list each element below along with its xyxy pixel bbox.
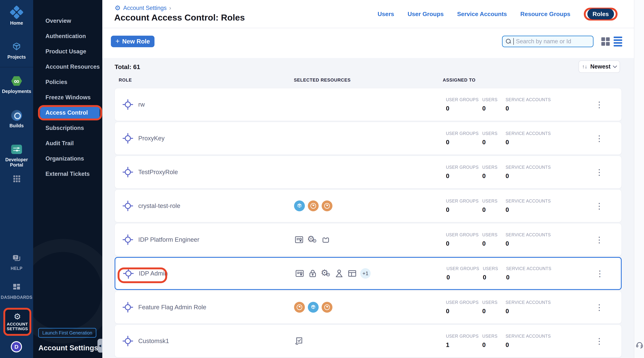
toolbar: + New Role (102, 29, 634, 58)
sidebar-item-label: Product Usage (46, 48, 86, 55)
chevron-down-icon (613, 64, 617, 68)
rail-developer-portal-label: Developer Portal (2, 157, 32, 167)
tab-user-groups[interactable]: User Groups (408, 11, 444, 18)
launch-first-generation-button[interactable]: Launch First Generation (38, 328, 96, 338)
grid-view-toggle[interactable] (601, 37, 610, 46)
selected-resources (294, 201, 332, 211)
feature-flag-resource-icon (308, 201, 319, 211)
selected-resources: ⚙⚙ (294, 235, 330, 245)
service-accounts-label: SERVICE ACCOUNTS (506, 131, 551, 136)
users-label: USERS (482, 300, 503, 305)
role-row-idp-admin[interactable]: IDP Admin ⚙⚙+1 USER GROUPS0 USERS0 SERVI… (114, 257, 622, 290)
sidebar-item-authentication[interactable]: Authentication (33, 29, 102, 44)
rail-item-dashboards[interactable]: DASHBOARDS (0, 281, 33, 300)
role-row-rw[interactable]: rw USER GROUPS0 USERS0 SERVICE ACCOUNTS0… (114, 88, 622, 121)
users-count: 0 (482, 105, 503, 112)
settings-gears-icon: ⚙⚙ (321, 268, 331, 278)
sidebar-item-label: Freeze Windows (46, 94, 91, 101)
sidebar-item-label: Organizations (46, 155, 84, 162)
builds-icon (10, 109, 22, 121)
role-cell: Customsk1 (122, 335, 169, 347)
service-accounts-label: SERVICE ACCOUNTS (506, 300, 551, 305)
tab-users[interactable]: Users (378, 11, 394, 18)
certificate-icon (294, 235, 304, 245)
rail-item-help[interactable]: ? HELP (0, 252, 33, 271)
row-menu-kebab-icon[interactable]: ⋮ (594, 165, 604, 179)
avatar[interactable]: D (11, 341, 22, 352)
search-icon (506, 39, 511, 44)
sidebar-item-account-resources[interactable]: Account Resources (33, 59, 102, 74)
rail-item-deployments[interactable]: ∞ Deployments (0, 75, 33, 94)
role-row-feature-flag-admin-role[interactable]: Feature Flag Admin Role USER GROUPS0 USE… (114, 291, 622, 324)
role-name: Customsk1 (138, 337, 169, 344)
text-caret (513, 38, 514, 45)
sidebar-item-policies[interactable]: Policies (33, 74, 102, 90)
sort-dropdown[interactable]: ↑↓ Newest (578, 61, 620, 73)
service-accounts-label: SERVICE ACCOUNTS (506, 334, 551, 339)
users-label: USERS (482, 97, 503, 102)
user-groups-count: 0 (446, 206, 482, 213)
sidebar-item-access-control[interactable]: Access Control (33, 105, 102, 120)
row-menu-kebab-icon[interactable]: ⋮ (594, 334, 604, 347)
row-menu-kebab-icon[interactable]: ⋮ (594, 301, 604, 314)
row-menu-kebab-icon[interactable]: ⋮ (594, 199, 604, 212)
sidebar-watermark (33, 239, 102, 343)
service-accounts-label: SERVICE ACCOUNTS (506, 165, 551, 170)
sidebar-item-product-usage[interactable]: Product Usage (33, 44, 102, 59)
users-label: USERS (482, 232, 503, 237)
scope-tabs: Users User Groups Service Accounts Resou… (378, 0, 618, 28)
users-label: USERS (483, 266, 503, 271)
rail-item-projects[interactable]: Projects (0, 41, 33, 60)
user-groups-count: 0 (446, 308, 482, 315)
help-icon: ? (10, 252, 22, 264)
sidebar-item-freeze-windows[interactable]: Freeze Windows (33, 90, 102, 105)
list-view-toggle[interactable] (613, 37, 622, 46)
role-row-proxykey[interactable]: ProxyKey USER GROUPS0 USERS0 SERVICE ACC… (114, 122, 622, 155)
more-resources-badge: +1 (360, 268, 371, 279)
new-role-button[interactable]: + New Role (111, 36, 154, 47)
sidebar-item-overview[interactable]: Overview (33, 13, 102, 29)
search-input[interactable] (516, 38, 590, 45)
role-crosshair-icon (122, 99, 134, 110)
users-count: 0 (482, 308, 503, 315)
sidebar-item-subscriptions[interactable]: Subscriptions (33, 120, 102, 136)
users-count: 0 (482, 341, 503, 348)
breadcrumb-link[interactable]: Account Settings (123, 5, 166, 11)
feature-flag-resource-icon (322, 201, 332, 211)
sidebar-item-label: Subscriptions (46, 125, 84, 131)
support-icon[interactable] (636, 341, 644, 349)
rail-item-developer-portal[interactable]: Developer Portal (0, 143, 33, 167)
role-row-idp-platform-engineer[interactable]: IDP Platform Engineer ⚙⚙ USER GROUPS0 US… (114, 223, 622, 256)
tab-service-accounts[interactable]: Service Accounts (457, 11, 507, 18)
role-row-crystal-test-role[interactable]: crystal-test-role USER GROUPS0 USERS0 SE… (114, 190, 622, 222)
service-accounts-count: 0 (506, 172, 551, 180)
row-menu-kebab-icon[interactable]: ⋮ (594, 98, 604, 111)
rail-item-builds[interactable]: Builds (0, 109, 33, 128)
role-row-testproxyrole[interactable]: TestProxyRole USER GROUPS0 USERS0 SERVIC… (114, 156, 622, 189)
feature-flag-resource-icon (294, 302, 305, 313)
role-name: crystal-test-role (138, 202, 180, 210)
rail-item-account-settings[interactable]: ⚙ ACCOUNT SETTINGS (3, 308, 31, 336)
tab-resource-groups[interactable]: Resource Groups (520, 11, 570, 18)
user-groups-count: 0 (446, 240, 482, 247)
role-cell: IDP Platform Engineer (122, 234, 200, 245)
row-menu-kebab-icon[interactable]: ⋮ (594, 132, 604, 145)
row-menu-kebab-icon[interactable]: ⋮ (595, 267, 604, 280)
role-name: rw (138, 101, 145, 108)
tab-roles[interactable]: Roles (587, 9, 614, 20)
rail-item-modules[interactable] (0, 173, 33, 185)
settings-sidebar: OverviewAuthenticationProduct UsageAccou… (33, 0, 102, 358)
sidebar-item-audit-trail[interactable]: Audit Trail (33, 136, 102, 151)
role-row-customsk1[interactable]: Customsk1 USER GROUPS1 USERS0 SERVICE AC… (114, 325, 622, 357)
breadcrumb[interactable]: ⚙ Account Settings › (114, 4, 171, 12)
row-menu-kebab-icon[interactable]: ⋮ (594, 233, 604, 246)
sidebar-item-external-tickets[interactable]: External Tickets (33, 166, 102, 182)
layout-icon (347, 268, 357, 278)
service-accounts-count: 0 (506, 240, 551, 247)
sidebar-collapse-handle[interactable]: ◀ (98, 339, 102, 352)
user-groups-count: 0 (446, 105, 482, 112)
rail-item-home[interactable]: Home (0, 7, 33, 26)
sidebar-item-organizations[interactable]: Organizations (33, 151, 102, 166)
module-resource-icon (308, 302, 319, 313)
service-accounts-label: SERVICE ACCOUNTS (506, 97, 551, 102)
